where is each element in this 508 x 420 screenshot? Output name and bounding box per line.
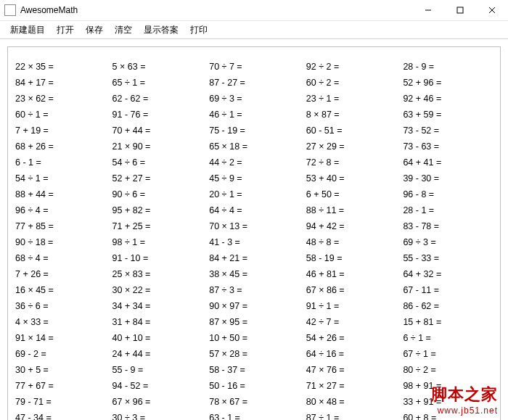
problem-cell: 73 - 52 =: [403, 123, 497, 139]
problem-cell: 84 + 21 =: [209, 250, 303, 266]
problem-cell: 72 ÷ 8 =: [306, 155, 401, 170]
problem-cell: 67 ÷ 1 =: [403, 346, 497, 362]
problem-cell: 52 + 96 =: [403, 75, 497, 91]
problem-cell: 63 + 59 =: [403, 107, 497, 123]
menu-open[interactable]: 打开: [51, 22, 80, 38]
problem-cell: 46 ÷ 1 =: [209, 107, 303, 123]
problem-cell: 6 ÷ 1 =: [403, 330, 497, 346]
problem-cell: 84 + 17 =: [15, 75, 110, 91]
problem-cell: 94 + 42 =: [306, 218, 401, 234]
problem-cell: 27 × 29 =: [306, 139, 401, 155]
svg-rect-1: [457, 7, 463, 13]
maximize-button[interactable]: [444, 0, 476, 20]
problem-cell: 91 - 76 =: [112, 107, 207, 123]
problem-cell: 34 + 34 =: [112, 298, 207, 314]
window-buttons: [412, 0, 508, 20]
problem-cell: 58 - 19 =: [306, 250, 401, 266]
problem-cell: 31 + 84 =: [112, 314, 207, 330]
menu-show-answer[interactable]: 显示答案: [138, 22, 184, 38]
problem-cell: 30 + 5 =: [15, 362, 110, 378]
problem-cell: 41 - 3 =: [209, 234, 303, 250]
problem-grid: 22 × 35 =84 + 17 =23 × 62 =60 ÷ 1 =7 + 1…: [8, 47, 500, 420]
menubar: 新建题目 打开 保存 清空 显示答案 打印: [0, 21, 508, 39]
problem-cell: 68 + 26 =: [15, 139, 110, 155]
problem-cell: 87 ÷ 3 =: [209, 282, 303, 298]
problem-cell: 79 - 71 =: [15, 394, 110, 410]
problem-cell: 28 - 9 =: [403, 59, 497, 75]
problem-cell: 48 ÷ 8 =: [306, 234, 401, 250]
problem-cell: 87 - 27 =: [209, 75, 303, 91]
problem-cell: 4 × 33 =: [15, 314, 110, 330]
menu-new[interactable]: 新建题目: [4, 22, 51, 38]
problem-cell: 52 + 27 =: [112, 170, 207, 186]
problem-cell: 80 ÷ 2 =: [403, 362, 497, 378]
problem-cell: 71 × 27 =: [306, 378, 401, 394]
problem-cell: 62 - 62 =: [112, 91, 207, 107]
problem-cell: 92 ÷ 2 =: [306, 59, 401, 75]
problem-cell: 6 + 50 =: [306, 186, 401, 202]
problem-cell: 21 × 90 =: [112, 139, 207, 155]
problem-cell: 5 × 63 =: [112, 59, 207, 75]
problem-cell: 67 × 86 =: [306, 282, 401, 298]
problem-cell: 45 ÷ 9 =: [209, 170, 303, 186]
problem-cell: 77 + 85 =: [15, 218, 110, 234]
problem-cell: 78 × 67 =: [209, 394, 303, 410]
app-icon: [4, 4, 16, 16]
problem-cell: 15 + 81 =: [403, 314, 497, 330]
problem-cell: 98 + 91 =: [403, 378, 497, 394]
problem-cell: 70 × 13 =: [209, 218, 303, 234]
problem-cell: 75 - 19 =: [209, 123, 303, 139]
problem-cell: 54 ÷ 6 =: [112, 155, 207, 170]
problem-cell: 63 - 1 =: [209, 410, 303, 420]
titlebar: AwesomeMath: [0, 0, 508, 21]
close-button[interactable]: [476, 0, 508, 20]
problem-cell: 70 ÷ 7 =: [209, 59, 303, 75]
problem-column: 22 × 35 =84 + 17 =23 × 62 =60 ÷ 1 =7 + 1…: [15, 59, 112, 420]
problem-cell: 73 - 63 =: [403, 139, 497, 155]
problem-cell: 7 + 19 =: [15, 123, 110, 139]
problem-cell: 10 + 50 =: [209, 330, 303, 346]
problem-cell: 55 - 33 =: [403, 250, 497, 266]
problem-cell: 91 ÷ 1 =: [306, 298, 401, 314]
problem-cell: 54 ÷ 1 =: [15, 170, 110, 186]
problem-cell: 40 + 10 =: [112, 330, 207, 346]
problem-cell: 24 + 44 =: [112, 346, 207, 362]
problem-cell: 90 ÷ 18 =: [15, 234, 110, 250]
problem-cell: 69 ÷ 3 =: [209, 91, 303, 107]
menu-print[interactable]: 打印: [184, 22, 213, 38]
problem-cell: 95 + 82 =: [112, 202, 207, 218]
problem-cell: 87 × 95 =: [209, 314, 303, 330]
problem-cell: 90 ÷ 6 =: [112, 186, 207, 202]
problem-cell: 60 - 51 =: [306, 123, 401, 139]
problem-cell: 22 × 35 =: [15, 59, 110, 75]
problem-cell: 53 + 40 =: [306, 170, 401, 186]
problem-column: 92 ÷ 2 =60 ÷ 2 =23 ÷ 1 =8 × 87 =60 - 51 …: [306, 59, 403, 420]
menu-clear[interactable]: 清空: [109, 22, 138, 38]
problem-cell: 65 ÷ 1 =: [112, 75, 207, 91]
problem-cell: 25 × 83 =: [112, 266, 207, 282]
problem-panel[interactable]: 22 × 35 =84 + 17 =23 × 62 =60 ÷ 1 =7 + 1…: [7, 46, 501, 420]
problem-cell: 64 + 41 =: [403, 155, 497, 170]
problem-cell: 94 - 52 =: [112, 378, 207, 394]
problem-cell: 8 × 87 =: [306, 107, 401, 123]
problem-cell: 83 - 78 =: [403, 218, 497, 234]
problem-cell: 38 × 45 =: [209, 266, 303, 282]
problem-cell: 77 + 67 =: [15, 378, 110, 394]
problem-cell: 30 ÷ 3 =: [112, 410, 207, 420]
menu-save[interactable]: 保存: [80, 22, 109, 38]
problem-column: 70 ÷ 7 =87 - 27 =69 ÷ 3 =46 ÷ 1 =75 - 19…: [209, 59, 306, 420]
problem-cell: 90 × 97 =: [209, 298, 303, 314]
problem-cell: 64 ÷ 4 =: [209, 202, 303, 218]
problem-cell: 33 + 91 =: [403, 394, 497, 410]
problem-cell: 47 × 76 =: [306, 362, 401, 378]
problem-cell: 46 + 81 =: [306, 266, 401, 282]
problem-cell: 91 - 10 =: [112, 250, 207, 266]
minimize-button[interactable]: [412, 0, 444, 20]
problem-cell: 68 ÷ 4 =: [15, 250, 110, 266]
problem-cell: 88 + 44 =: [15, 186, 110, 202]
problem-column: 5 × 63 =65 ÷ 1 =62 - 62 =91 - 76 =70 + 4…: [112, 59, 210, 420]
problem-cell: 86 - 62 =: [403, 298, 497, 314]
problem-cell: 69 - 2 =: [15, 346, 110, 362]
problem-cell: 28 - 1 =: [403, 202, 497, 218]
problem-cell: 98 ÷ 1 =: [112, 234, 207, 250]
